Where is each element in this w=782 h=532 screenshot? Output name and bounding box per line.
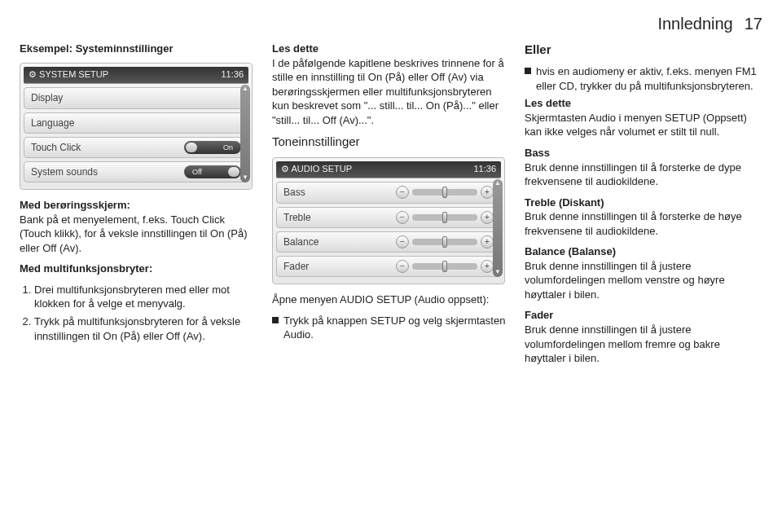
scrollbar[interactable]: ▲ ▼ xyxy=(240,85,250,182)
audio-setup-titlebar: ⚙ AUDIO SETUP 11:36 xyxy=(276,161,501,179)
open-audio-setup-label: Åpne menyen AUDIO SETUP (Audio oppsett): xyxy=(272,292,510,307)
list-item[interactable]: Treble − + xyxy=(276,207,501,228)
minus-button[interactable]: − xyxy=(396,186,409,199)
plus-button[interactable]: + xyxy=(481,211,494,224)
row-label: Touch Click xyxy=(31,141,81,154)
row-label: Display xyxy=(31,91,63,104)
or-text: hvis en audiomeny er aktiv, f.eks. menye… xyxy=(536,64,762,93)
treble-paragraph: Treble (Diskant) Bruk denne innstillinge… xyxy=(525,196,762,239)
slider-track[interactable] xyxy=(412,189,477,196)
balance-label: Balance (Balanse) xyxy=(525,245,616,257)
system-setup-titlebar: ⚙ SYSTEM SETUP 11:36 xyxy=(24,67,248,85)
system-setup-time: 11:36 xyxy=(221,68,244,81)
minus-button[interactable]: − xyxy=(396,260,409,273)
example-heading: Eksempel: Systeminnstillinger xyxy=(20,42,257,56)
plus-button[interactable]: + xyxy=(481,235,494,248)
multifunction-label: Med multifunksjonsbryter: xyxy=(20,262,257,276)
chevron-up-icon: ▲ xyxy=(242,85,248,94)
plus-button[interactable]: + xyxy=(481,186,494,199)
minus-button[interactable]: − xyxy=(396,211,409,224)
fader-label: Fader xyxy=(525,309,553,321)
or-label: Eller xyxy=(525,42,762,58)
system-setup-title: SYSTEM SETUP xyxy=(39,69,108,79)
touchscreen-text: Bank på et menyelement, f.eks. Touch Cli… xyxy=(20,213,248,254)
row-label: Fader xyxy=(283,260,309,273)
slider[interactable]: − + xyxy=(396,260,494,273)
square-bullet-icon xyxy=(272,317,279,323)
balance-paragraph: Balance (Balanse) Bruk denne innstilling… xyxy=(525,244,762,301)
bass-text: Bruk denne innstillingen til å forsterke… xyxy=(525,161,741,188)
plus-button[interactable]: + xyxy=(481,260,494,273)
read-this-1: Les dette I de påfølgende kapitlene besk… xyxy=(272,42,510,127)
list-item[interactable]: Balance − + xyxy=(276,231,501,253)
page-title: Innledning xyxy=(657,13,732,35)
fader-text: Bruk denne innstillingen til å justere v… xyxy=(525,323,720,364)
column-1: Eksempel: Systeminnstillinger ⚙ SYSTEM S… xyxy=(20,42,257,372)
treble-label: Treble (Diskant) xyxy=(525,196,604,209)
square-bullet-icon xyxy=(525,68,531,74)
list-item[interactable]: Touch Click On xyxy=(24,137,248,158)
chevron-up-icon: ▲ xyxy=(494,179,501,188)
row-label: Bass xyxy=(283,186,305,199)
slider-thumb[interactable] xyxy=(442,236,447,248)
bass-label: Bass xyxy=(525,147,550,159)
bass-paragraph: Bass Bruk denne innstillingen til å fors… xyxy=(525,146,762,189)
slider-thumb[interactable] xyxy=(442,187,447,198)
list-item[interactable]: Fader − + xyxy=(276,256,501,277)
slider-thumb[interactable] xyxy=(442,212,447,223)
column-3: Eller hvis en audiomeny er aktiv, f.eks.… xyxy=(525,42,762,372)
tone-settings-heading: Toneinnstillinger xyxy=(272,134,510,150)
gear-icon: ⚙ SYSTEM SETUP xyxy=(29,68,108,81)
gear-icon: ⚙ AUDIO SETUP xyxy=(281,163,352,175)
toggle-off[interactable]: Off xyxy=(184,165,241,178)
slider-track[interactable] xyxy=(412,239,477,245)
list-item[interactable]: Language xyxy=(24,112,248,134)
step-2: Trykk på multifunksjonsbryteren for å ve… xyxy=(34,314,257,343)
slider-thumb[interactable] xyxy=(442,261,447,272)
audio-setup-screenshot: ⚙ AUDIO SETUP 11:36 Bass − + Treble − xyxy=(272,157,505,285)
bullet-item: hvis en audiomeny er aktiv, f.eks. menye… xyxy=(525,64,762,93)
read-this-2-text: Skjermtasten Audio i menyen SETUP (Oppse… xyxy=(525,112,747,138)
minus-button[interactable]: − xyxy=(396,235,409,248)
slider-track[interactable] xyxy=(412,263,477,270)
treble-text: Bruk denne innstillingen til å forsterke… xyxy=(525,210,742,237)
system-setup-screenshot: ⚙ SYSTEM SETUP 11:36 Display Language To… xyxy=(20,63,253,191)
row-label: Treble xyxy=(283,211,311,224)
slider[interactable]: − + xyxy=(396,235,494,248)
slider[interactable]: − + xyxy=(396,211,494,224)
list-item[interactable]: Bass − + xyxy=(276,182,501,203)
bullet-item: Trykk på knappen SETUP og velg skjermtas… xyxy=(272,314,510,342)
open-audio-setup-text: Trykk på knappen SETUP og velg skjermtas… xyxy=(283,314,510,342)
multifunction-steps: Drei multifunksjonsbryteren med eller mo… xyxy=(20,283,257,343)
slider-track[interactable] xyxy=(412,214,477,221)
touchscreen-label: Med berøringsskjerm: xyxy=(20,199,130,211)
scrollbar[interactable]: ▲ ▼ xyxy=(493,179,503,277)
balance-text: Bruk denne innstillingen til å justere v… xyxy=(525,260,725,301)
chevron-down-icon: ▼ xyxy=(242,174,248,182)
fader-paragraph: Fader Bruk denne innstillingen til å jus… xyxy=(525,308,762,365)
page-number: 17 xyxy=(745,13,762,35)
page-header: Innledning 17 xyxy=(20,13,762,35)
row-label: Balance xyxy=(283,235,319,248)
content-columns: Eksempel: Systeminnstillinger ⚙ SYSTEM S… xyxy=(20,42,762,372)
list-item[interactable]: Display xyxy=(24,87,248,108)
audio-setup-time: 11:36 xyxy=(473,163,496,175)
slider[interactable]: − + xyxy=(396,186,494,199)
step-1: Drei multifunksjonsbryteren med eller mo… xyxy=(34,283,257,311)
toggle-on[interactable]: On xyxy=(184,141,241,154)
audio-setup-title: AUDIO SETUP xyxy=(291,164,352,174)
list-item[interactable]: System sounds Off xyxy=(24,161,248,182)
column-2: Les dette I de påfølgende kapitlene besk… xyxy=(272,42,510,372)
read-this-2-label: Les dette xyxy=(525,97,571,109)
read-this-1-label: Les dette xyxy=(272,42,319,55)
chevron-down-icon: ▼ xyxy=(494,268,501,277)
touchscreen-paragraph: Med berøringsskjerm: Bank på et menyelem… xyxy=(20,198,257,255)
row-label: System sounds xyxy=(31,165,98,178)
row-label: Language xyxy=(31,117,74,130)
read-this-2: Les dette Skjermtasten Audio i menyen SE… xyxy=(525,96,762,139)
read-this-1-text: I de påfølgende kapitlene beskrives trin… xyxy=(272,57,504,126)
